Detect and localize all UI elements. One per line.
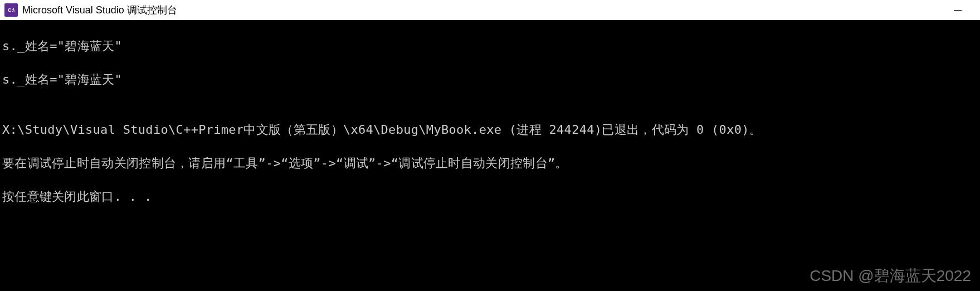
titlebar: C:\ Microsoft Visual Studio 调试控制台 <box>0 0 980 20</box>
app-icon-label: C:\ <box>8 7 14 13</box>
console-line: s._姓名="碧海蓝天" <box>2 38 978 55</box>
console-line: 要在调试停止时自动关闭控制台，请启用“工具”->“选项”->“调试”->“调试停… <box>2 155 978 172</box>
console-line: 按任意键关闭此窗口. . . <box>2 188 978 205</box>
console-line: X:\Study\Visual Studio\C++Primer中文版（第五版）… <box>2 122 978 138</box>
app-icon: C:\ <box>4 3 18 17</box>
window-title: Microsoft Visual Studio 调试控制台 <box>22 3 976 17</box>
console-output[interactable]: s._姓名="碧海蓝天" s._姓名="碧海蓝天" X:\Study\Visua… <box>0 20 980 291</box>
console-line: s._姓名="碧海蓝天" <box>2 71 978 88</box>
minimize-icon <box>954 10 962 11</box>
minimize-button[interactable] <box>947 0 969 20</box>
window-controls <box>947 0 969 20</box>
